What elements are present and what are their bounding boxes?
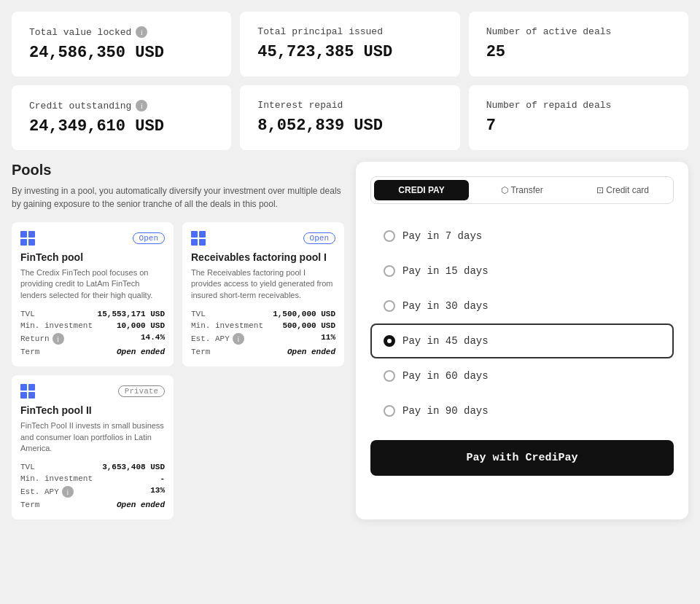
tab-credit-card[interactable]: ⊡ Credit card (575, 180, 670, 200)
stat-label-interest: Interest repaid (257, 100, 442, 111)
stat-value-active-deals: 25 (486, 43, 671, 61)
pools-grid: Open FinTech pool The Credix FinTech poo… (12, 222, 344, 519)
payment-options: Pay in 7 days Pay in 15 days Pay in 30 d… (370, 219, 674, 428)
pool-icon-sq-2 (28, 384, 35, 391)
pool-stat-apy-label: Est. APY i (191, 333, 244, 345)
pool-badge-fintech: Open (133, 232, 165, 244)
payment-option-45days[interactable]: Pay in 45 days (370, 323, 674, 358)
pool-card-fintech[interactable]: Open FinTech pool The Credix FinTech poo… (12, 222, 174, 366)
payment-option-60days[interactable]: Pay in 60 days (370, 358, 674, 393)
info-icon-apy[interactable]: i (233, 333, 244, 345)
pool-icon-sq-4 (28, 392, 35, 399)
stat-label-tvl: Total value locked i (29, 26, 214, 38)
payment-panel: CREDI PAY ⬡ Transfer ⊡ Credit card Pay i… (356, 162, 688, 519)
info-icon-credit[interactable]: i (136, 100, 147, 111)
pool-icon-sq-1 (20, 231, 27, 238)
radio-90days (384, 405, 395, 417)
radio-60days (384, 370, 395, 382)
pool-stat-apy-2: Est. APY i 11% (191, 332, 335, 346)
pool-stats-fintech: TVL 15,553,171 USD Min. investment 10,00… (20, 308, 165, 358)
pool-stat-label: Min. investment (191, 321, 263, 330)
pool-icon-sq-4 (199, 239, 206, 246)
stat-card-tvl: Total value locked i 24,586,350 USD (12, 12, 231, 77)
pool-stat-min-1: Min. investment 10,000 USD (20, 320, 165, 332)
pool-stat-label: Term (191, 348, 210, 356)
stat-card-credit: Credit outstanding i 24,349,610 USD (12, 85, 231, 150)
radio-45days (384, 335, 395, 347)
info-icon-tvl[interactable]: i (136, 26, 147, 38)
payment-option-30days[interactable]: Pay in 30 days (370, 289, 674, 323)
pool-stat-term-2: Term Open ended (191, 346, 335, 358)
pool-header-fintech: Open (20, 231, 165, 246)
payment-tabs: CREDI PAY ⬡ Transfer ⊡ Credit card (370, 176, 674, 204)
stat-value-repaid-deals: 7 (486, 117, 671, 135)
stat-value-tvl: 24,586,350 USD (29, 44, 214, 62)
pool-name-receivables: Receivables factoring pool I (191, 251, 335, 263)
pool-desc-fintech: The Credix FinTech pool focuses on provi… (20, 267, 165, 301)
payment-option-label-7days: Pay in 7 days (402, 230, 482, 242)
pool-stat-label: TVL (20, 463, 35, 471)
pool-icon-sq-2 (199, 231, 206, 238)
pool-stat-min-2: Min. investment 500,000 USD (191, 320, 335, 332)
pool-stat-val: 3,653,408 USD (102, 463, 165, 471)
pool-stat-label: Min. investment (20, 474, 93, 483)
pool-card-receivables[interactable]: Open Receivables factoring pool I The Re… (182, 222, 344, 366)
stat-label-text-credit: Credit outstanding (29, 101, 131, 111)
stat-label-active-deals: Number of active deals (486, 26, 671, 37)
pool-icon-sq-3 (20, 239, 27, 246)
payment-option-90days[interactable]: Pay in 90 days (370, 393, 674, 428)
pool-name-fintech: FinTech pool (20, 251, 165, 263)
pool-icon-receivables (191, 231, 206, 246)
pool-stat-val: 1,500,000 USD (273, 310, 335, 318)
pool-stat-val: Open ended (287, 348, 335, 356)
stats-grid: Total value locked i 24,586,350 USD Tota… (12, 12, 688, 150)
pools-description: By investing in a pool, you automaticall… (12, 184, 344, 211)
pay-with-credipay-button[interactable]: Pay with CrediPay (370, 440, 674, 476)
pools-title: Pools (12, 162, 344, 179)
stat-card-principal: Total principal issued 45,723,385 USD (240, 12, 459, 77)
pool-stat-val: 11% (321, 333, 335, 345)
tab-credipay[interactable]: CREDI PAY (374, 180, 469, 200)
pool-icon-sq-2 (28, 231, 35, 238)
pool-stat-apy2-label: Est. APY i (20, 486, 74, 498)
info-icon-return[interactable]: i (52, 333, 64, 345)
pool-stat-tvl-2: TVL 1,500,000 USD (191, 308, 335, 320)
payment-option-label-60days: Pay in 60 days (402, 370, 489, 382)
stat-label-credit: Credit outstanding i (29, 100, 214, 111)
pool-header-receivables: Open (191, 231, 335, 246)
pool-stat-tvl-3: TVL 3,653,408 USD (20, 461, 165, 473)
pool-desc-fintech2: FinTech Pool II invests in small busines… (20, 420, 165, 454)
pool-icon-fintech2 (20, 384, 35, 399)
pool-stats-receivables: TVL 1,500,000 USD Min. investment 500,00… (191, 308, 335, 358)
pool-badge-receivables: Open (303, 232, 335, 244)
stat-card-interest: Interest repaid 8,052,839 USD (240, 85, 459, 150)
pool-icon-sq-3 (191, 239, 198, 246)
stat-value-principal: 45,723,385 USD (257, 43, 442, 61)
stat-label-text-tvl: Total value locked (29, 27, 131, 38)
pool-stat-val: 15,553,171 USD (98, 310, 165, 318)
pool-icon-sq-1 (20, 384, 27, 391)
pool-stat-term-1: Term Open ended (20, 346, 165, 358)
main-layout: Pools By investing in a pool, you automa… (12, 162, 688, 519)
tab-transfer[interactable]: ⬡ Transfer (475, 180, 569, 200)
payment-option-label-30days: Pay in 30 days (402, 300, 489, 312)
pool-card-fintech2[interactable]: Private FinTech pool II FinTech Pool II … (12, 375, 174, 519)
radio-15days (384, 265, 395, 277)
pools-section: Pools By investing in a pool, you automa… (12, 162, 344, 519)
stat-card-repaid-deals: Number of repaid deals 7 (469, 85, 688, 150)
pool-stat-min-3: Min. investment - (20, 473, 165, 485)
pool-icon-sq-1 (191, 231, 198, 238)
pool-stat-val: Open ended (117, 348, 165, 356)
pool-stat-label: Term (20, 348, 39, 356)
payment-option-15days[interactable]: Pay in 15 days (370, 254, 674, 289)
pool-stat-label: TVL (191, 310, 206, 318)
pool-stat-apy-3: Est. APY i 13% (20, 485, 165, 499)
payment-option-label-90days: Pay in 90 days (402, 405, 489, 417)
pool-icon-sq-4 (28, 239, 35, 246)
payment-option-7days[interactable]: Pay in 7 days (370, 219, 674, 254)
stat-value-credit: 24,349,610 USD (29, 117, 214, 136)
info-icon-apy2[interactable]: i (62, 486, 74, 498)
radio-7days (384, 230, 395, 242)
stat-label-principal: Total principal issued (257, 26, 442, 37)
stat-value-interest: 8,052,839 USD (257, 117, 442, 135)
